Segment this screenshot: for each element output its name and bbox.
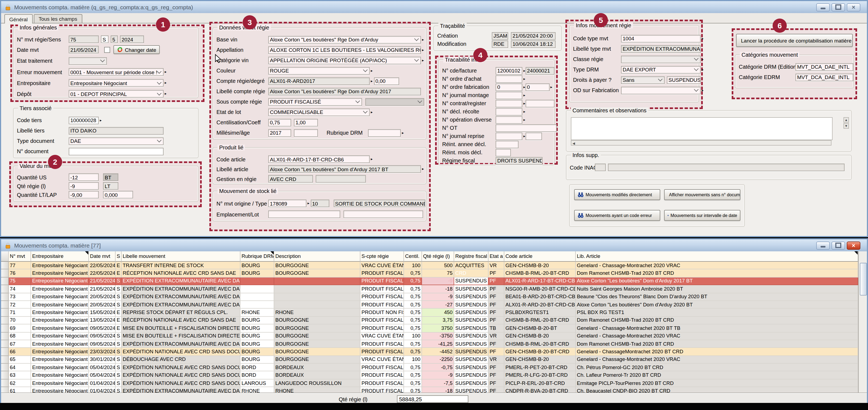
- expand-arrow-icon[interactable]: ▸: [523, 85, 525, 89]
- expand-arrow-icon[interactable]: ▸: [308, 201, 309, 206]
- expand-arrow-icon[interactable]: ▸: [523, 68, 525, 73]
- categorie-drm-field[interactable]: MVT_DCA_DAE_INTL: [796, 63, 853, 71]
- row-selector[interactable]: [1, 372, 9, 379]
- column-header[interactable]: Qté régie (l): [422, 251, 454, 262]
- od-fabrication-select[interactable]: [621, 87, 701, 94]
- entrepositaire-select[interactable]: Entrepositaire Négociant: [69, 79, 163, 87]
- expand-arrow-icon[interactable]: ▸: [523, 118, 525, 122]
- table-row-65[interactable]: 65Entrepositaire Négociant30/01/2024SDÉB…: [1, 356, 858, 364]
- row-selector[interactable]: [1, 316, 9, 324]
- etat-de-lot-select[interactable]: COMMERCIALISABLE: [268, 108, 370, 116]
- journal-reprise-2-field[interactable]: [525, 132, 542, 140]
- emplacement-field[interactable]: [268, 211, 340, 218]
- reint-annee-field[interactable]: [496, 140, 519, 148]
- table-titlebar[interactable]: Mouvements compta. matière [77] ×: [1, 239, 867, 251]
- table-row-76[interactable]: 76Entrepositaire Négociant22/05/2024ERÉC…: [1, 270, 858, 278]
- row-selector[interactable]: [1, 293, 9, 301]
- close-button[interactable]: ×: [847, 241, 860, 249]
- row-selector[interactable]: [1, 278, 9, 285]
- row-selector[interactable]: [1, 364, 9, 372]
- chevron-down-icon[interactable]: [355, 99, 360, 103]
- chevron-down-icon[interactable]: [157, 91, 162, 95]
- rubrique-drm-field[interactable]: [368, 129, 401, 136]
- table-row-61[interactable]: 61Entrepositaire Négociant01/04/2024SEXP…: [1, 387, 858, 393]
- expand-arrow-icon[interactable]: ▸: [371, 157, 373, 161]
- quantite-lt-field[interactable]: -9,00: [69, 191, 99, 198]
- chevron-down-icon[interactable]: [363, 109, 368, 114]
- ordre-fab-2-field[interactable]: 0: [525, 83, 549, 91]
- column-header[interactable]: N° mvt: [9, 251, 31, 262]
- erreur-mouvement-select[interactable]: 0001 - Mouvement sur période close !: [69, 68, 163, 76]
- table-row-71[interactable]: 71Entrepositaire Négociant15/05/2024EREP…: [1, 309, 858, 317]
- expand-arrow-icon[interactable]: ▸: [702, 36, 704, 41]
- expand-arrow-icon[interactable]: ▸: [402, 131, 404, 135]
- table-row-72[interactable]: 72Entrepositaire Négociant20/05/2024SEXP…: [1, 301, 858, 309]
- chevron-down-icon[interactable]: [694, 56, 699, 61]
- scroll-up-icon[interactable]: ▲: [843, 117, 849, 123]
- table-row-74[interactable]: 74Entrepositaire Négociant21/05/2024SEXP…: [1, 285, 858, 293]
- table-row-68[interactable]: 68Entrepositaire Négociant09/05/2024SMIS…: [1, 332, 858, 340]
- chevron-down-icon[interactable]: [100, 58, 105, 62]
- scroll-down-icon[interactable]: ▼: [843, 123, 849, 129]
- reint-mois-field[interactable]: [496, 149, 511, 156]
- n-document-field[interactable]: [69, 148, 163, 155]
- row-selector[interactable]: [1, 324, 9, 332]
- expand-arrow-icon[interactable]: ▸: [422, 58, 424, 62]
- table-row-75[interactable]: 75Entrepositaire Négociant21/05/2024SEXP…: [1, 278, 858, 285]
- ordre-achat-field[interactable]: [496, 75, 522, 83]
- main-titlebar[interactable]: Mouvements compta. matière (q_gs_reg_com…: [1, 1, 867, 13]
- mouvements-modifies-button[interactable]: Mouvements modifiés directement: [574, 189, 660, 200]
- chevron-down-icon[interactable]: [363, 68, 368, 72]
- column-header[interactable]: Date mvt: [89, 251, 116, 262]
- column-header[interactable]: Libelle mouvement: [122, 251, 241, 262]
- qte-regie-field[interactable]: -9: [69, 182, 99, 190]
- contrat-field[interactable]: [496, 99, 522, 107]
- chevron-down-icon[interactable]: [417, 99, 422, 103]
- appellation-select[interactable]: ALOXE CORTON 1C LES BOUTIERES - LES VALO…: [268, 46, 421, 54]
- sous-compte-2-select[interactable]: [365, 98, 424, 105]
- changer-date-button[interactable]: Changer date: [114, 45, 159, 54]
- lot-field[interactable]: [343, 211, 423, 218]
- row-selector[interactable]: [1, 387, 9, 393]
- register-field[interactable]: [525, 99, 554, 107]
- expand-arrow-icon[interactable]: ▸: [371, 110, 373, 114]
- row-selector[interactable]: [1, 348, 9, 356]
- age-field[interactable]: [294, 129, 318, 136]
- sens-field[interactable]: S: [101, 35, 108, 43]
- expand-arrow-icon[interactable]: ▸: [165, 92, 166, 96]
- table-row-63[interactable]: 63Entrepositaire Négociant05/04/2024SEXP…: [1, 372, 858, 379]
- table-row-70[interactable]: 70Entrepositaire Négociant13/05/2024ERÉC…: [1, 316, 858, 324]
- expand-arrow-icon[interactable]: ▸: [165, 81, 166, 85]
- quantite-lap-field[interactable]: 0,000: [103, 191, 133, 198]
- column-header[interactable]: S-cpte régie: [361, 251, 404, 262]
- code-tiers-field[interactable]: 100000028: [69, 117, 99, 124]
- close-button[interactable]: ×: [847, 3, 860, 11]
- minimize-button[interactable]: [816, 3, 830, 11]
- decl-recolte-field[interactable]: [496, 108, 522, 115]
- column-header[interactable]: S: [116, 251, 122, 262]
- scrollbar-thumb[interactable]: [860, 263, 867, 295]
- categorie-edrm-field[interactable]: MVT_DCA_DAE_INTL: [796, 73, 853, 81]
- mouvements-intervalle-date-button[interactable]: Mouvements sur intervalle de date: [664, 210, 740, 221]
- row-selector[interactable]: [1, 285, 9, 293]
- code-type-mvt-field[interactable]: 1004: [621, 35, 701, 42]
- expand-arrow-icon[interactable]: ▸: [371, 79, 373, 83]
- expand-arrow-icon[interactable]: ▸: [702, 88, 704, 92]
- mouvements-code-erreur-button[interactable]: Mouvements ayant un code erreur: [574, 210, 660, 221]
- column-header[interactable]: Centil.: [404, 251, 422, 262]
- tab-tous-les-champs[interactable]: Tous les champs: [34, 14, 82, 23]
- table-row-67[interactable]: 67Entrepositaire Négociant09/05/2024SEXP…: [1, 340, 858, 348]
- ot-field[interactable]: [496, 124, 557, 132]
- expand-arrow-icon[interactable]: ▸: [422, 48, 424, 52]
- expand-arrow-icon[interactable]: ▸: [702, 57, 704, 61]
- afficher-sans-document-button[interactable]: Afficher mouvements sans n° document: [664, 189, 740, 200]
- cde-field[interactable]: 12000102: [496, 67, 522, 74]
- droits-payer-2-select[interactable]: SUSPENDUS: [667, 76, 701, 84]
- expand-arrow-icon[interactable]: ▸: [523, 134, 525, 138]
- row-selector[interactable]: [1, 262, 9, 270]
- ordre-fab-field[interactable]: 0: [496, 83, 522, 91]
- chevron-down-icon[interactable]: [157, 80, 162, 85]
- expand-arrow-icon[interactable]: ▸: [523, 93, 525, 97]
- centilisation-field[interactable]: 0,75: [268, 119, 291, 126]
- chevron-down-icon[interactable]: [157, 69, 162, 73]
